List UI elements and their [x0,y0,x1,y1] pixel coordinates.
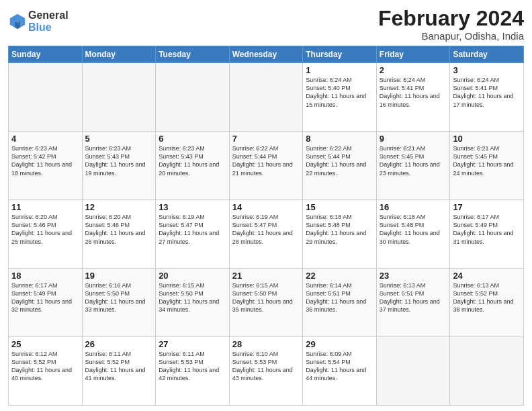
day-number: 23 [380,271,447,281]
day-number: 27 [159,339,226,349]
day-info: Sunrise: 6:20 AM Sunset: 5:46 PM Dayligh… [11,213,79,246]
calendar-cell-3-3: 21Sunrise: 6:15 AM Sunset: 5:50 PM Dayli… [229,269,303,337]
day-info: Sunrise: 6:15 AM Sunset: 5:50 PM Dayligh… [232,281,300,314]
day-info: Sunrise: 6:18 AM Sunset: 5:48 PM Dayligh… [380,213,447,246]
day-number: 14 [232,202,300,212]
day-info: Sunrise: 6:13 AM Sunset: 5:51 PM Dayligh… [380,281,447,314]
calendar-cell-2-6: 17Sunrise: 6:17 AM Sunset: 5:49 PM Dayli… [450,200,524,269]
day-number: 26 [85,339,153,349]
day-info: Sunrise: 6:22 AM Sunset: 5:44 PM Dayligh… [232,144,300,177]
day-number: 21 [232,271,300,281]
calendar-cell-0-6: 3Sunrise: 6:24 AM Sunset: 5:41 PM Daylig… [450,63,524,132]
day-number: 29 [306,339,373,349]
calendar-cell-3-5: 23Sunrise: 6:13 AM Sunset: 5:51 PM Dayli… [376,269,450,337]
day-info: Sunrise: 6:24 AM Sunset: 5:41 PM Dayligh… [380,76,447,109]
calendar-cell-3-6: 24Sunrise: 6:13 AM Sunset: 5:52 PM Dayli… [450,269,524,337]
day-number: 16 [380,202,447,212]
calendar-cell-2-1: 12Sunrise: 6:20 AM Sunset: 5:46 PM Dayli… [82,200,156,269]
week-row-5: 25Sunrise: 6:12 AM Sunset: 5:52 PM Dayli… [9,337,524,406]
title-block: February 2024 Banapur, Odisha, India [378,7,524,42]
calendar-cell-4-3: 28Sunrise: 6:10 AM Sunset: 5:53 PM Dayli… [229,337,303,406]
calendar-cell-4-4: 29Sunrise: 6:09 AM Sunset: 5:54 PM Dayli… [303,337,377,406]
calendar-cell-3-2: 20Sunrise: 6:15 AM Sunset: 5:50 PM Dayli… [156,269,230,337]
day-number: 10 [453,134,521,144]
col-saturday: Saturday [450,46,524,63]
logo-text: General Blue [28,9,69,33]
day-number: 15 [306,202,373,212]
calendar-cell-4-2: 27Sunrise: 6:11 AM Sunset: 5:53 PM Dayli… [156,337,230,406]
calendar-cell-2-2: 13Sunrise: 6:19 AM Sunset: 5:47 PM Dayli… [156,200,230,269]
day-info: Sunrise: 6:12 AM Sunset: 5:52 PM Dayligh… [11,350,79,383]
day-number: 5 [85,134,153,144]
day-info: Sunrise: 6:19 AM Sunset: 5:47 PM Dayligh… [159,213,226,246]
day-info: Sunrise: 6:24 AM Sunset: 5:41 PM Dayligh… [453,76,521,109]
calendar-cell-1-4: 8Sunrise: 6:22 AM Sunset: 5:44 PM Daylig… [303,132,377,200]
day-number: 18 [11,271,79,281]
col-thursday: Thursday [303,46,377,63]
day-number: 25 [11,339,79,349]
col-sunday: Sunday [9,46,83,63]
calendar-cell-1-2: 6Sunrise: 6:23 AM Sunset: 5:43 PM Daylig… [156,132,230,200]
day-number: 20 [159,271,226,281]
calendar-cell-1-5: 9Sunrise: 6:21 AM Sunset: 5:45 PM Daylig… [376,132,450,200]
day-info: Sunrise: 6:17 AM Sunset: 5:49 PM Dayligh… [11,281,79,314]
logo-icon [8,12,27,31]
day-number: 22 [306,271,373,281]
day-number: 1 [306,65,373,75]
day-number: 19 [85,271,153,281]
calendar-cell-1-6: 10Sunrise: 6:21 AM Sunset: 5:45 PM Dayli… [450,132,524,200]
day-info: Sunrise: 6:21 AM Sunset: 5:45 PM Dayligh… [380,144,447,177]
col-tuesday: Tuesday [156,46,230,63]
day-info: Sunrise: 6:20 AM Sunset: 5:46 PM Dayligh… [85,213,153,246]
calendar-cell-0-2 [156,63,230,132]
calendar-cell-0-4: 1Sunrise: 6:24 AM Sunset: 5:40 PM Daylig… [303,63,377,132]
day-number: 4 [11,134,79,144]
day-info: Sunrise: 6:22 AM Sunset: 5:44 PM Dayligh… [306,144,373,177]
page: General Blue February 2024 Banapur, Odis… [0,0,532,411]
calendar-cell-3-1: 19Sunrise: 6:16 AM Sunset: 5:50 PM Dayli… [82,269,156,337]
day-number: 17 [453,202,521,212]
location: Banapur, Odisha, India [378,30,524,42]
day-info: Sunrise: 6:17 AM Sunset: 5:49 PM Dayligh… [453,213,521,246]
day-info: Sunrise: 6:23 AM Sunset: 5:42 PM Dayligh… [11,144,79,177]
day-info: Sunrise: 6:23 AM Sunset: 5:43 PM Dayligh… [159,144,226,177]
calendar-cell-0-3 [229,63,303,132]
calendar-cell-0-0 [9,63,83,132]
day-info: Sunrise: 6:13 AM Sunset: 5:52 PM Dayligh… [453,281,521,314]
calendar-table: Sunday Monday Tuesday Wednesday Thursday… [8,46,524,406]
day-number: 6 [159,134,226,144]
col-monday: Monday [82,46,156,63]
day-number: 28 [232,339,300,349]
day-number: 2 [380,65,447,75]
calendar-cell-1-0: 4Sunrise: 6:23 AM Sunset: 5:42 PM Daylig… [9,132,83,200]
calendar-cell-3-4: 22Sunrise: 6:14 AM Sunset: 5:51 PM Dayli… [303,269,377,337]
day-info: Sunrise: 6:19 AM Sunset: 5:47 PM Dayligh… [232,213,300,246]
day-info: Sunrise: 6:23 AM Sunset: 5:43 PM Dayligh… [85,144,153,177]
calendar-header-row: Sunday Monday Tuesday Wednesday Thursday… [9,46,524,63]
day-number: 12 [85,202,153,212]
day-info: Sunrise: 6:09 AM Sunset: 5:54 PM Dayligh… [306,350,373,383]
calendar-cell-4-1: 26Sunrise: 6:11 AM Sunset: 5:52 PM Dayli… [82,337,156,406]
day-info: Sunrise: 6:16 AM Sunset: 5:50 PM Dayligh… [85,281,153,314]
col-friday: Friday [376,46,450,63]
week-row-4: 18Sunrise: 6:17 AM Sunset: 5:49 PM Dayli… [9,269,524,337]
calendar-cell-4-5 [376,337,450,406]
calendar-cell-0-5: 2Sunrise: 6:24 AM Sunset: 5:41 PM Daylig… [376,63,450,132]
month-title: February 2024 [378,7,524,30]
calendar-cell-2-0: 11Sunrise: 6:20 AM Sunset: 5:46 PM Dayli… [9,200,83,269]
calendar-cell-4-0: 25Sunrise: 6:12 AM Sunset: 5:52 PM Dayli… [9,337,83,406]
header: General Blue February 2024 Banapur, Odis… [8,7,524,42]
day-info: Sunrise: 6:10 AM Sunset: 5:53 PM Dayligh… [232,350,300,383]
week-row-1: 1Sunrise: 6:24 AM Sunset: 5:40 PM Daylig… [9,63,524,132]
logo: General Blue [8,7,69,33]
day-info: Sunrise: 6:15 AM Sunset: 5:50 PM Dayligh… [159,281,226,314]
day-info: Sunrise: 6:14 AM Sunset: 5:51 PM Dayligh… [306,281,373,314]
day-number: 3 [453,65,521,75]
calendar-cell-3-0: 18Sunrise: 6:17 AM Sunset: 5:49 PM Dayli… [9,269,83,337]
day-number: 9 [380,134,447,144]
day-number: 24 [453,271,521,281]
calendar-cell-2-3: 14Sunrise: 6:19 AM Sunset: 5:47 PM Dayli… [229,200,303,269]
calendar-cell-0-1 [82,63,156,132]
day-info: Sunrise: 6:11 AM Sunset: 5:53 PM Dayligh… [159,350,226,383]
col-wednesday: Wednesday [229,46,303,63]
